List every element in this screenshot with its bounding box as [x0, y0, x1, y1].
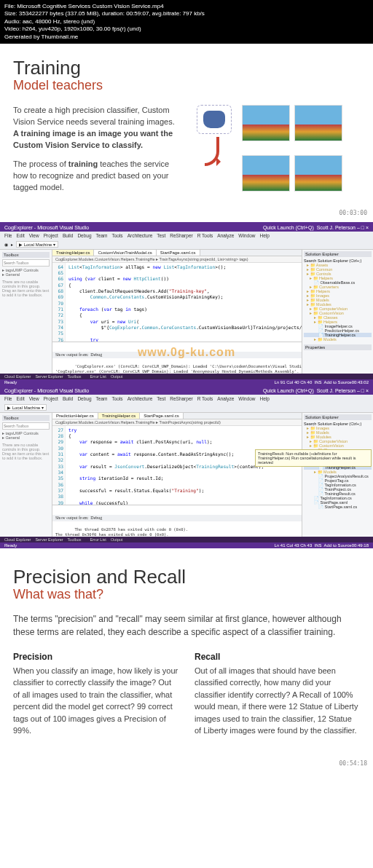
slide-body-text: To create a high precision classifier, C… — [13, 105, 181, 201]
solution-explorer-tab[interactable]: Solution Explorer — [304, 251, 372, 257]
toolbox-search[interactable]: Search Toolbox — [2, 422, 50, 430]
user-name[interactable]: Scott J. Peterson — [317, 225, 356, 230]
menu-item[interactable]: Team — [96, 233, 108, 238]
user-name[interactable]: Scott J. Peterson — [317, 388, 356, 393]
tool-window-tab[interactable]: Output — [111, 537, 123, 542]
editor-tab[interactable]: TrainingHelper.cs — [52, 250, 94, 256]
tool-window-tab[interactable]: Server Explorer — [35, 374, 63, 379]
output-panel[interactable]: Show output from: Debug 'CogExplorer.exe… — [52, 342, 302, 374]
menu-item[interactable]: View — [29, 396, 39, 401]
toolbar-icon[interactable]: ▸ — [11, 242, 13, 247]
line-gutter: 64 65 66 67 68 69 70 71 72 73 74 75 76 7… — [52, 263, 66, 342]
editor-tab[interactable]: StartPage.xaml.cs — [157, 250, 200, 256]
slide-graphic — [192, 105, 360, 201]
output-header[interactable]: Show output from: Debug — [52, 515, 302, 521]
menu-item[interactable]: ReSharper — [170, 396, 192, 401]
intellisense-tooltip: TrainingResult: Non-nullable (+definitio… — [255, 449, 372, 467]
vs-toolbar: ▶ Local Machine ▾ — [0, 403, 373, 413]
menu-item[interactable]: Window — [238, 396, 255, 401]
quick-launch[interactable]: Quick Launch (Ctrl+Q) — [263, 388, 314, 393]
breadcrumb[interactable]: CogExplorer.Modules.CustomVision.Helpers… — [52, 256, 302, 263]
tree-item[interactable]: 📄 StartPage.xaml.cs — [304, 505, 372, 509]
output-header[interactable]: Show output from: Debug — [52, 352, 302, 358]
meta-video: Video: h264, yuv420p, 1920x1080, 30.00 f… — [4, 25, 369, 33]
recall-body: Out of all images that should have been … — [195, 665, 360, 737]
menu-item[interactable]: Edit — [16, 233, 24, 238]
menu-item[interactable]: Architecture — [127, 396, 153, 401]
toolbar-icon[interactable]: ◉ — [4, 242, 8, 247]
menu-item[interactable]: Analyze — [217, 233, 234, 238]
meta-audio: Audio: aac, 48000 Hz, stereo (und) — [4, 18, 369, 25]
menu-item[interactable]: Build — [63, 396, 73, 401]
status-ins: INS — [315, 380, 322, 384]
toolbox-group[interactable]: ▸ General — [2, 272, 50, 277]
tool-window-tab[interactable]: Toolbox — [68, 374, 82, 379]
menu-item[interactable]: Test — [157, 396, 165, 401]
meta-file: File: Microsoft Cognitive Services Custo… — [4, 3, 369, 10]
menu-item[interactable]: Analyze — [217, 396, 234, 401]
menu-item[interactable]: Build — [63, 233, 73, 238]
solution-tree[interactable]: ▸ 📁 Assets▸ 📁 Common▸ 📁 Controls▸ 📁 Help… — [304, 263, 372, 342]
tool-window-tab[interactable]: Error List — [90, 537, 106, 542]
tool-window-tab[interactable]: Error List — [90, 374, 106, 379]
tool-window-tab[interactable]: Output — [111, 374, 123, 379]
solution-explorer-tab[interactable]: Solution Explorer — [304, 414, 372, 420]
menu-item[interactable]: Project — [44, 396, 58, 401]
status-ins: INS — [315, 543, 322, 548]
code-editor[interactable]: 64 65 66 67 68 69 70 71 72 73 74 75 76 7… — [52, 263, 302, 342]
toolbox-group[interactable]: ▸ General — [2, 435, 50, 440]
toolbox-tab[interactable]: Toolbox — [2, 415, 50, 421]
toolbox-search[interactable]: Search Toolbox — [2, 259, 50, 267]
tool-window-tab[interactable]: Toolbox — [68, 537, 82, 542]
menu-item[interactable]: R Tools — [197, 396, 213, 401]
menu-item[interactable]: Window — [238, 233, 255, 238]
menu-item[interactable]: Team — [96, 396, 108, 401]
editor-tab[interactable]: TrainingHelper.cs — [98, 413, 140, 419]
properties-tab[interactable]: Properties — [304, 344, 372, 350]
add-to-source[interactable]: Add to Source — [324, 543, 352, 548]
status-bar: Ready Ln 91 Col 40 Ch 40 INS Add to Sour… — [0, 379, 373, 385]
tree-item[interactable]: ▸ 📁 Models — [304, 337, 372, 342]
menu-item[interactable]: ReSharper — [170, 233, 192, 238]
visual-studio-screenshot-b: CogExplorer - Microsoft Visual Studio Qu… — [0, 385, 373, 548]
solution-tree[interactable]: ▸ 📁 Images▸ 📁 Models▸ 📁 Modules▸ 📁 Compu… — [304, 426, 372, 509]
debug-target-button[interactable]: ▶ Local Machine ▾ — [4, 404, 47, 411]
breadcrumb[interactable]: CogExplorer.Modules.CustomVision.Helpers… — [52, 419, 302, 426]
code-content[interactable]: List<TagInformation> allTags = new List<… — [66, 263, 302, 342]
menu-item[interactable]: Help — [259, 233, 269, 238]
menu-item[interactable]: Debug — [77, 233, 91, 238]
menu-item[interactable]: Test — [157, 233, 165, 238]
menu-item[interactable]: Edit — [16, 396, 24, 401]
add-to-source[interactable]: Add to Source — [324, 380, 352, 384]
menu-item[interactable]: Project — [44, 233, 58, 238]
menu-item[interactable]: R Tools — [197, 233, 213, 238]
tool-window-tab[interactable]: Cloud Explorer — [4, 374, 31, 379]
tool-window-tab[interactable]: Cloud Explorer — [4, 537, 31, 542]
training-image-grid — [242, 105, 342, 201]
toolbox-tab[interactable]: Toolbox — [2, 252, 50, 258]
status-position: Ln 91 Col 40 Ch 40 — [275, 380, 313, 384]
quick-launch[interactable]: Quick Launch (Ctrl+Q) — [263, 225, 314, 230]
solution-search[interactable]: Search Solution Explorer (Ctrl+;) — [304, 422, 372, 426]
menu-item[interactable]: Help — [259, 396, 269, 401]
editor-tab[interactable]: PredictionHelper.cs — [52, 413, 98, 419]
solution-search[interactable]: Search Solution Explorer (Ctrl+;) — [304, 259, 372, 263]
menu-item[interactable]: File — [4, 396, 12, 401]
menu-item[interactable]: Tools — [111, 233, 122, 238]
menu-item[interactable]: Debug — [77, 396, 91, 401]
precision-body: When you classify an image, how likely i… — [13, 665, 178, 737]
tool-window-tab[interactable]: Server Explorer — [35, 537, 63, 542]
menu-item[interactable]: View — [29, 233, 39, 238]
menu-item[interactable]: Tools — [111, 396, 122, 401]
menu-item[interactable]: File — [4, 233, 12, 238]
menu-item[interactable]: Architecture — [127, 233, 153, 238]
output-panel[interactable]: Show output from: Debug The thread 0x287… — [52, 505, 302, 537]
slide-title: Precision and Recall — [13, 566, 360, 588]
solution-explorer: Solution Explorer Search Solution Explor… — [302, 413, 373, 537]
video-metadata-block: File: Microsoft Cognitive Services Custo… — [0, 0, 373, 44]
window-title: CogExplorer - Microsoft Visual Studio — [4, 225, 89, 230]
debug-target-button[interactable]: ▶ Local Machine ▾ — [16, 241, 58, 248]
editor-tab[interactable]: CustomVisionTrainModel.cs — [94, 250, 156, 256]
editor-tab[interactable]: StartPage.xaml.cs — [140, 413, 184, 419]
precision-column: Precision When you classify an image, ho… — [13, 652, 178, 737]
